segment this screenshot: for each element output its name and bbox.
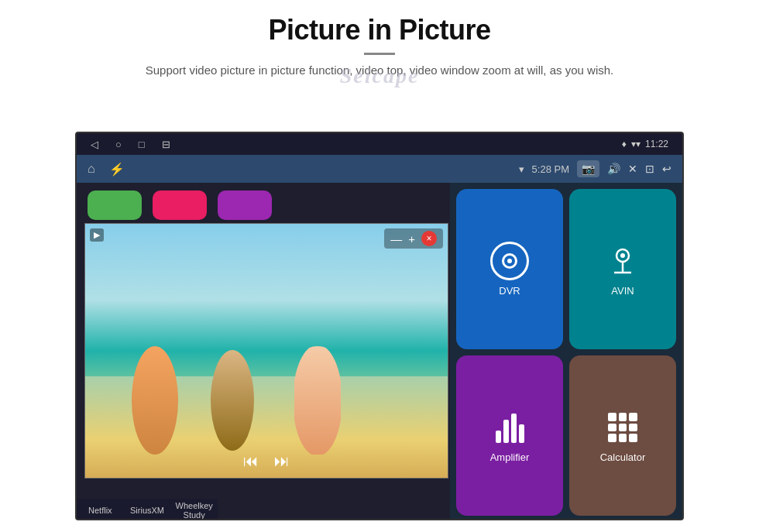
status-time: 11:22 xyxy=(645,139,668,149)
pip-window[interactable]: ▶ — + × ⏮ ⏭ xyxy=(84,223,448,479)
device-frame: ◁ ○ □ ⊟ ♦ ▾▾ 11:22 ⌂ ⚡ ▾ 5:28 PM 📷 🔊 ✕ ⊡… xyxy=(75,132,684,520)
netflix-icon-small[interactable] xyxy=(88,190,142,220)
pip-playback: ⏮ ⏭ xyxy=(243,452,290,470)
dvr-app-tile[interactable]: DVR xyxy=(456,189,563,349)
wifi-icon: ▾▾ xyxy=(631,139,641,149)
pip-close-button[interactable]: × xyxy=(421,231,437,246)
pip-icon[interactable]: ⊡ xyxy=(645,163,654,175)
top-bar-left: ⌂ ⚡ xyxy=(88,162,125,177)
siriusxm-icon-small[interactable] xyxy=(153,190,207,220)
pip-scene xyxy=(85,224,448,478)
avin-app-tile[interactable]: AVIN xyxy=(569,189,676,349)
location-icon: ♦ xyxy=(622,139,627,149)
calculator-app-tile[interactable]: Calculator xyxy=(569,355,676,516)
nav-icons: ◁ ○ □ ⊟ xyxy=(91,139,170,150)
page-title: Picture in Picture xyxy=(46,14,713,46)
home-circle-icon[interactable]: ○ xyxy=(115,139,122,150)
page-subtitle: Support video picture in picture functio… xyxy=(46,61,713,80)
menu-icon[interactable]: ⊟ xyxy=(162,139,170,150)
figure-2 xyxy=(209,346,256,455)
home-icon[interactable]: ⌂ xyxy=(88,162,95,176)
pip-indicator: ▶ xyxy=(90,228,104,242)
next-button[interactable]: ⏭ xyxy=(274,452,290,470)
siriusxm-label: SiriusXM xyxy=(124,506,171,515)
bottom-labels: Netflix SiriusXM Wheelkey Study xyxy=(77,499,218,520)
calculator-label: Calculator xyxy=(600,451,646,463)
wifi-signal-icon: ▾ xyxy=(519,163,524,175)
back-icon[interactable]: ◁ xyxy=(91,139,98,150)
pip-expand-button[interactable]: + xyxy=(408,232,415,245)
amplifier-app-tile[interactable]: Amplifier xyxy=(456,355,563,516)
main-content: ▶ — + × ⏮ ⏭ Netflix SiriusXM Wheelkey St… xyxy=(77,183,682,520)
pip-controls: — + × xyxy=(384,228,443,249)
title-divider xyxy=(364,53,395,55)
prev-button[interactable]: ⏮ xyxy=(243,452,259,470)
close-icon[interactable]: ✕ xyxy=(628,163,637,175)
page-header: Picture in Picture Support video picture… xyxy=(0,0,759,88)
dvr-label: DVR xyxy=(499,285,520,297)
top-bar: ⌂ ⚡ ▾ 5:28 PM 📷 🔊 ✕ ⊡ ↩ xyxy=(77,155,682,183)
amplifier-icon xyxy=(490,408,529,447)
top-bar-time: 5:28 PM xyxy=(532,163,569,175)
volume-icon[interactable]: 🔊 xyxy=(607,163,620,175)
svg-point-3 xyxy=(620,253,625,258)
status-bar: ◁ ○ □ ⊟ ♦ ▾▾ 11:22 xyxy=(77,133,682,155)
figure-3 xyxy=(294,346,341,455)
left-panel: ▶ — + × ⏮ ⏭ Netflix SiriusXM Wheelkey St… xyxy=(77,183,450,520)
wheelkey-icon-small[interactable] xyxy=(218,190,272,220)
avin-icon xyxy=(603,242,642,280)
wheelkey-label: Wheelkey Study xyxy=(170,501,218,520)
calculator-icon xyxy=(603,408,642,447)
figure-1 xyxy=(132,346,178,455)
netflix-label: Netflix xyxy=(77,506,124,515)
dvr-icon xyxy=(490,242,529,280)
avin-label: AVIN xyxy=(611,285,634,297)
right-panel: DVR AVIN xyxy=(450,183,682,520)
app-row-top xyxy=(77,183,450,220)
camera-button[interactable]: 📷 xyxy=(577,160,599,177)
usb-icon[interactable]: ⚡ xyxy=(109,162,125,177)
recents-icon[interactable]: □ xyxy=(139,139,145,150)
top-bar-right: ▾ 5:28 PM 📷 🔊 ✕ ⊡ ↩ xyxy=(519,160,671,177)
status-right-icons: ♦ ▾▾ 11:22 xyxy=(622,139,668,149)
pip-minimize-button[interactable]: — xyxy=(390,232,402,245)
back-arrow-icon[interactable]: ↩ xyxy=(662,163,671,175)
amplifier-label: Amplifier xyxy=(490,451,530,463)
